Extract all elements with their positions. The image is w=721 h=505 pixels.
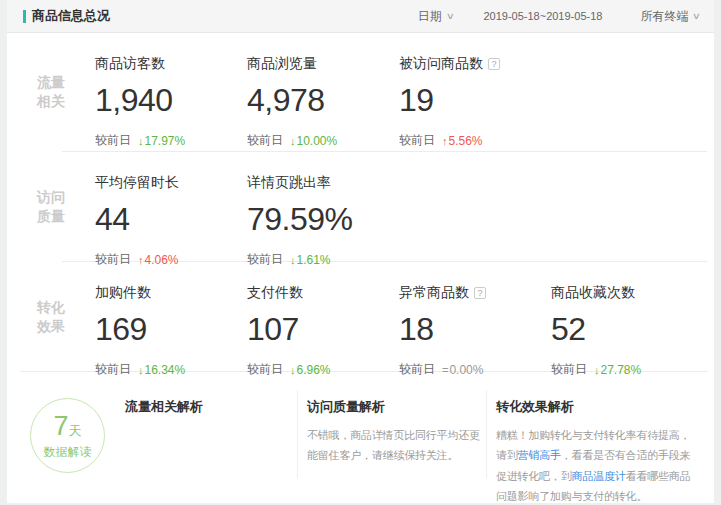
seven-day-badge: 7天 数据解读 xyxy=(30,398,105,473)
metric-value: 19 xyxy=(399,82,551,119)
metrics-section: 流量 相关 商品访客数 1,940 较前日 ↓ 17.97% 商品浏览量 xyxy=(7,33,714,372)
row-group-label: 转化 效果 xyxy=(7,262,95,371)
row-group-label: 访问 质量 xyxy=(7,152,95,261)
insights-section: 7天 数据解读 流量相关解析 访问质量解析 不错哦，商品详情页比同行平均还更能留… xyxy=(7,372,714,505)
metric-detail-bounce-rate: 详情页跳出率 79.59% 较前日 ↓ 1.61% xyxy=(247,152,399,261)
metric-label: 商品访客数 xyxy=(95,55,165,73)
trend-percent: 5.56% xyxy=(449,134,483,148)
metric-value: 44 xyxy=(95,201,247,238)
row-group-label: 流量 相关 xyxy=(7,33,95,151)
insight-title: 转化效果解析 xyxy=(496,398,698,416)
insight-conversion: 转化效果解析 糟糕！加购转化与支付转化率有待提高，请到营销高手，看看是否有合适的… xyxy=(487,372,700,505)
marketing-master-link[interactable]: 营销高手 xyxy=(518,449,561,461)
metric-value: 107 xyxy=(247,311,399,348)
metric-value: 79.59% xyxy=(247,201,399,238)
metric-change: 较前日 ↓ 10.00% xyxy=(247,132,399,149)
trend-arrow-icon: ↓ xyxy=(290,135,296,147)
metric-change: 较前日 ↑ 5.56% xyxy=(399,132,551,149)
metric-label: 支付件数 xyxy=(247,284,303,302)
metric-label: 详情页跳出率 xyxy=(247,174,331,192)
compare-label: 较前日 xyxy=(247,132,283,149)
metric-label: 商品浏览量 xyxy=(247,55,317,73)
metric-label: 异常商品数 xyxy=(399,284,469,302)
trend-percent: 10.00% xyxy=(297,134,338,148)
date-range-picker[interactable]: 2019-05-18~2019-05-18 xyxy=(483,10,602,22)
metric-product-pageviews: 商品浏览量 4,978 较前日 ↓ 10.00% xyxy=(247,33,399,151)
metric-label: 商品收藏次数 xyxy=(551,284,635,302)
badge-number: 7 xyxy=(53,411,68,441)
metric-value: 4,978 xyxy=(247,82,399,119)
page-background: 商品信息总况 日期 ∨ 2019-05-18~2019-05-18 所有终端 ∨… xyxy=(0,0,721,505)
metric-value: 52 xyxy=(551,311,703,348)
metric-change: 较前日 ↓ 17.97% xyxy=(95,132,247,149)
terminal-dropdown[interactable]: 所有终端 ∨ xyxy=(640,8,700,25)
insight-title: 访问质量解析 xyxy=(307,398,486,416)
trend-indicator: ↓ 10.00% xyxy=(290,134,337,148)
header-bar: 商品信息总况 日期 ∨ 2019-05-18~2019-05-18 所有终端 ∨ xyxy=(7,0,714,33)
metric-avg-stay-time: 平均停留时长 44 较前日 ↑ 4.06% xyxy=(95,152,247,261)
title-wrap: 商品信息总况 xyxy=(23,7,110,25)
badge-label: 数据解读 xyxy=(44,444,92,461)
chevron-down-icon: ∨ xyxy=(446,11,455,21)
metric-label: 平均停留时长 xyxy=(95,174,179,192)
date-type-label: 日期 xyxy=(418,8,442,25)
trend-percent: 17.97% xyxy=(145,134,186,148)
badge-unit: 天 xyxy=(69,423,82,438)
page-title: 商品信息总况 xyxy=(32,7,110,25)
metric-value: 18 xyxy=(399,311,551,348)
metric-row-traffic: 流量 相关 商品访客数 1,940 较前日 ↓ 17.97% 商品浏览量 xyxy=(7,33,714,151)
chevron-down-icon: ∨ xyxy=(692,11,701,21)
metric-cart-adds: 加购件数 169 较前日 ↓ 16.34% xyxy=(95,262,247,371)
insight-title: 流量相关解析 xyxy=(125,398,297,416)
compare-label: 较前日 xyxy=(399,132,435,149)
help-icon[interactable]: ? xyxy=(488,58,500,70)
title-accent-bar xyxy=(23,10,26,23)
metric-value: 169 xyxy=(95,311,247,348)
metric-row-quality: 访问 质量 平均停留时长 44 较前日 ↑ 4.06% 详情页跳出率 xyxy=(7,152,714,261)
insight-quality: 访问质量解析 不错哦，商品详情页比同行平均还更能留住客户，请继续保持关注。 xyxy=(298,372,486,505)
trend-indicator: ↑ 5.56% xyxy=(442,134,483,148)
trend-arrow-icon: ↓ xyxy=(138,135,144,147)
metric-row-conversion: 转化 效果 加购件数 169 较前日 ↓ 16.34% 支付件数 xyxy=(7,262,714,371)
header-controls: 日期 ∨ 2019-05-18~2019-05-18 所有终端 ∨ xyxy=(418,8,700,25)
insight-traffic: 流量相关解析 xyxy=(125,372,297,505)
product-thermometer-link[interactable]: 商品温度计 xyxy=(572,470,626,482)
trend-indicator: ↓ 17.97% xyxy=(138,134,185,148)
metric-value: 1,940 xyxy=(95,82,247,119)
metric-label: 加购件数 xyxy=(95,284,151,302)
insight-text: 不错哦，商品详情页比同行平均还更能留住客户，请继续保持关注。 xyxy=(307,425,486,466)
metric-product-favorites: 商品收藏次数 52 较前日 ↓ 27.78% xyxy=(551,262,703,371)
terminal-label: 所有终端 xyxy=(640,8,688,25)
compare-label: 较前日 xyxy=(95,132,131,149)
insight-text: 糟糕！加购转化与支付转化率有待提高，请到营销高手，看看是否有合适的手段来促进转化… xyxy=(496,425,698,505)
help-icon[interactable]: ? xyxy=(474,287,486,299)
metric-label: 被访问商品数 xyxy=(399,55,483,73)
metric-abnormal-products: 异常商品数 ? 18 较前日 = 0.00% xyxy=(399,262,551,371)
product-overview-card: 商品信息总况 日期 ∨ 2019-05-18~2019-05-18 所有终端 ∨… xyxy=(7,0,714,503)
date-type-dropdown[interactable]: 日期 ∨ xyxy=(418,8,454,25)
metric-product-visitors: 商品访客数 1,940 较前日 ↓ 17.97% xyxy=(95,33,247,151)
metric-paid-items: 支付件数 107 较前日 ↓ 6.96% xyxy=(247,262,399,371)
trend-arrow-icon: ↑ xyxy=(442,135,448,147)
metric-visited-products: 被访问商品数 ? 19 较前日 ↑ 5.56% xyxy=(399,33,551,151)
